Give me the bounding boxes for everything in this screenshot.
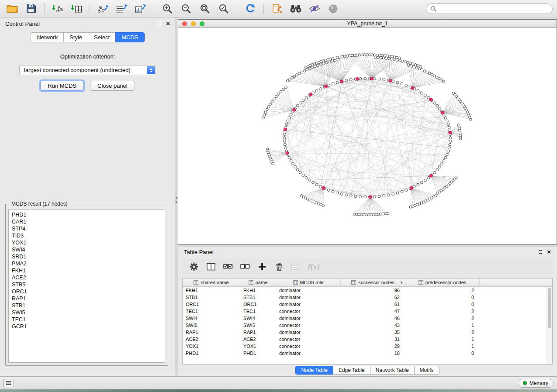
show-graphics-details-button[interactable] — [325, 2, 341, 15]
mcds-result-item[interactable]: SRD1 — [12, 253, 162, 260]
add-row-button[interactable] — [256, 261, 268, 272]
table-cell: dominator — [276, 350, 341, 357]
import-table-button[interactable] — [69, 2, 84, 15]
column-visibility-button[interactable] — [205, 261, 217, 272]
mcds-result-item[interactable]: SWI5 — [12, 309, 162, 316]
close-panel-button[interactable]: Close panel — [90, 81, 135, 91]
table-row[interactable]: STB1STB1dominator620 — [183, 294, 552, 301]
tab-select[interactable]: Select — [88, 32, 116, 42]
zoom-selected-button[interactable] — [216, 2, 232, 15]
tab-style[interactable]: Style — [63, 32, 88, 42]
mcds-result-item[interactable]: PMA2 — [12, 260, 162, 267]
close-panel-icon[interactable]: × — [547, 250, 551, 254]
table-row[interactable]: ACE2ACE2connector311 — [183, 336, 552, 343]
share-document-button[interactable] — [269, 2, 285, 15]
toolbar-separator — [154, 3, 154, 14]
mcds-result-list[interactable]: PHD1CAR1STP4TID3YOX1SWI4SRD1PMA2FKH1ACE2… — [8, 209, 165, 363]
mcds-result-item[interactable]: TID3 — [12, 232, 162, 239]
open-file-button[interactable] — [4, 2, 20, 15]
mcds-result-groupbox: MCDS result (17 nodes) PHD1CAR1STP4TID3Y… — [5, 204, 168, 366]
window-close-button[interactable] — [182, 21, 187, 26]
select-all-button[interactable] — [222, 261, 234, 272]
float-panel-icon[interactable] — [539, 250, 542, 254]
table-row[interactable]: RAP1RAP1dominator352 — [183, 329, 552, 336]
zoom-fit-button[interactable] — [197, 2, 213, 15]
table-row[interactable]: TEC1TEC1connector472 — [183, 308, 552, 315]
tab-edge-table[interactable]: Edge Table — [333, 366, 370, 375]
deselect-all-button[interactable] — [239, 261, 251, 272]
refresh-button[interactable] — [242, 2, 258, 15]
network-canvas[interactable] — [178, 28, 557, 244]
close-panel-icon[interactable]: × — [166, 21, 170, 26]
mcds-result-item[interactable]: RAP1 — [12, 295, 162, 302]
network-window-titlebar[interactable]: YPA_prune.txt_1 — [178, 20, 557, 28]
table-row[interactable]: ORC1ORC1dominator610 — [183, 301, 552, 308]
table-cell: 18 — [341, 350, 405, 357]
search-input[interactable] — [439, 6, 548, 12]
table-row[interactable]: SWI4SWI4dominator462 — [183, 315, 552, 322]
scrollbar-thumb[interactable] — [548, 288, 551, 328]
table-cell: connector — [276, 308, 341, 315]
table-settings-button[interactable] — [188, 261, 200, 272]
panel-toggle-button[interactable] — [3, 379, 14, 387]
table-cell: PHD1 — [183, 350, 240, 357]
splitter-handle-icon[interactable] — [176, 196, 177, 203]
zoom-out-button[interactable] — [178, 2, 194, 15]
search-input-wrapper[interactable] — [426, 3, 553, 14]
table-row[interactable]: FKH1FKH1dominator962 — [183, 287, 552, 294]
tab-network-table[interactable]: Network Table — [370, 366, 415, 375]
tab-node-table[interactable]: Node Table — [295, 366, 333, 375]
mcds-result-item[interactable]: PHD1 — [12, 211, 162, 218]
export-image-button[interactable] — [133, 2, 149, 15]
table-panel-header: Table Panel × — [178, 247, 557, 257]
mcds-result-item[interactable]: ORC1 — [12, 288, 162, 295]
column-header-name[interactable]: name — [240, 279, 276, 286]
tab-network[interactable]: Network — [31, 32, 64, 42]
network-graph[interactable] — [178, 28, 557, 244]
mcds-result-item[interactable]: YOX1 — [12, 239, 162, 246]
mcds-result-item[interactable]: TEC1 — [12, 316, 162, 323]
export-network-button[interactable] — [95, 2, 111, 15]
mcds-result-item[interactable]: STP4 — [12, 225, 162, 232]
table-scrollbar[interactable] — [547, 287, 552, 364]
tab-motifs[interactable]: Motifs — [414, 366, 439, 375]
float-panel-icon[interactable] — [158, 22, 161, 25]
memory-button[interactable]: Memory — [518, 379, 554, 388]
column-header-predecessor-nodes[interactable]: predecessor nodes — [405, 279, 480, 286]
mcds-result-item[interactable]: CAR1 — [12, 218, 162, 225]
mcds-result-item[interactable]: STB1 — [12, 302, 162, 309]
criterion-select[interactable]: largest connected component (undirected) — [19, 65, 156, 75]
column-header-shared-name[interactable]: shared name — [183, 279, 240, 286]
column-header-MCDS-role[interactable]: MCDS role — [276, 279, 341, 286]
mcds-result-item[interactable]: FKH1 — [12, 267, 162, 274]
hide-selected-button[interactable] — [307, 2, 322, 15]
window-maximize-button[interactable] — [200, 21, 204, 26]
delete-row-button[interactable] — [273, 261, 285, 272]
tab-mcds[interactable]: MCDS — [115, 32, 144, 42]
table-cell: 29 — [341, 343, 405, 350]
window-minimize-button[interactable] — [191, 21, 196, 26]
table-row[interactable]: SWI5SWI5connector431 — [183, 322, 552, 329]
toolbar-separator — [90, 3, 90, 14]
table-row[interactable]: YOX1YOX1connector291 — [183, 343, 552, 350]
mcds-result-item[interactable]: SWI4 — [12, 246, 162, 253]
run-mcds-button[interactable]: Run MCDS — [40, 81, 84, 91]
mcds-result-item[interactable]: GCR1 — [12, 323, 162, 330]
table-cell — [480, 329, 552, 336]
mcds-result-item[interactable]: ACE2 — [12, 274, 162, 281]
status-bar: Memory — [0, 376, 557, 389]
clear-disabled-button[interactable] — [291, 261, 302, 272]
table-row[interactable]: PHD1PHD1dominator180 — [183, 350, 552, 357]
save-button[interactable] — [23, 2, 39, 15]
sort-chevron-icon[interactable]: ▼ — [400, 281, 403, 285]
import-network-button[interactable] — [50, 2, 66, 15]
search-network-button[interactable] — [288, 2, 304, 15]
save-icon — [26, 4, 36, 13]
refresh-icon — [245, 3, 256, 14]
zoom-selected-icon — [218, 3, 229, 14]
export-table-button[interactable] — [114, 2, 130, 15]
mcds-result-item[interactable]: STB5 — [12, 281, 162, 288]
function-builder-button[interactable]: f(x) — [308, 261, 319, 272]
zoom-in-button[interactable] — [159, 2, 175, 15]
column-header-successor-nodes[interactable]: successor nodes▼ — [341, 279, 405, 286]
